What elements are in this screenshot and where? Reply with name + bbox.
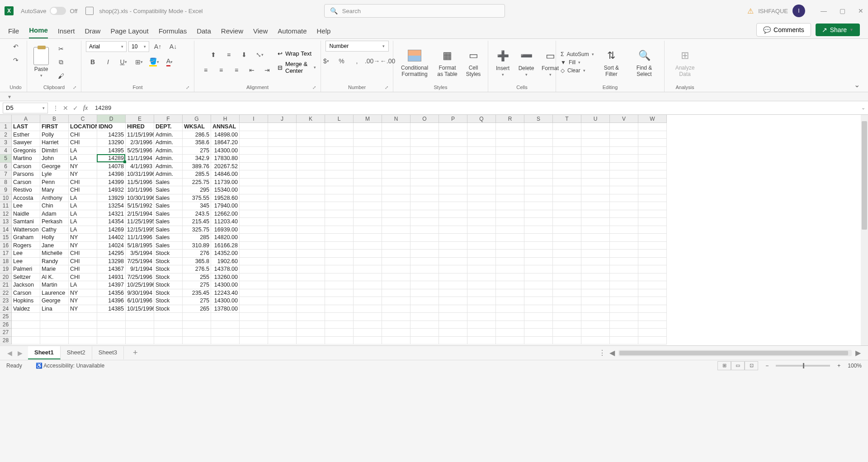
cell[interactable] [524, 186, 553, 194]
cell[interactable] [410, 163, 439, 171]
save-icon[interactable] [85, 7, 94, 15]
cell[interactable] [439, 163, 467, 171]
cell[interactable] [467, 329, 496, 337]
cell[interactable] [183, 329, 211, 337]
cell[interactable] [297, 226, 325, 234]
cell[interactable]: Accosta [12, 194, 40, 203]
cell[interactable]: 295 [183, 186, 211, 194]
cell[interactable] [382, 258, 410, 266]
cell[interactable]: 325.75 [183, 226, 211, 234]
launcher-icon[interactable]: ⤢ [385, 85, 388, 90]
cell[interactable] [467, 123, 496, 131]
col-header-K[interactable]: K [297, 115, 325, 123]
cell[interactable] [240, 147, 268, 155]
launcher-icon[interactable]: ⤢ [312, 85, 316, 90]
cell[interactable] [581, 289, 610, 297]
cell[interactable]: George [40, 297, 69, 305]
cell[interactable] [410, 297, 439, 305]
cell[interactable]: Admin. [154, 155, 183, 163]
cell[interactable]: Sales [154, 210, 183, 218]
cell[interactable] [268, 147, 297, 155]
cell[interactable] [553, 218, 581, 226]
cell[interactable] [638, 210, 667, 218]
cell[interactable] [240, 131, 268, 139]
format-as-table-button[interactable]: ▦Format as Table [435, 47, 460, 78]
cell[interactable] [325, 313, 354, 321]
cell[interactable]: Al K. [40, 273, 69, 282]
close-icon[interactable]: ✕ [858, 7, 863, 14]
cell[interactable] [638, 242, 667, 250]
cell[interactable] [553, 147, 581, 155]
cell-styles-button[interactable]: ▭Cell Styles [463, 47, 483, 78]
cell[interactable] [410, 147, 439, 155]
cell[interactable] [524, 218, 553, 226]
col-header-F[interactable]: F [154, 115, 183, 123]
cell[interactable] [610, 305, 638, 313]
cell[interactable]: Harriet [40, 139, 69, 147]
cell[interactable] [240, 210, 268, 218]
avatar[interactable]: I [793, 5, 805, 17]
cell[interactable] [268, 155, 297, 163]
collapse-toggle-icon[interactable]: ▾ [8, 94, 11, 100]
cell[interactable] [12, 329, 40, 337]
cell[interactable]: 285.5 [183, 170, 211, 179]
cell[interactable] [240, 305, 268, 313]
cell[interactable] [610, 155, 638, 163]
cell[interactable] [610, 147, 638, 155]
cell[interactable] [297, 321, 325, 329]
cell[interactable] [581, 147, 610, 155]
cell[interactable] [496, 163, 524, 171]
cell[interactable]: 14395 [97, 147, 126, 155]
cell[interactable] [553, 234, 581, 242]
cell[interactable]: Sales [154, 202, 183, 210]
cell[interactable] [581, 170, 610, 179]
align-left-button[interactable]: ≡ [199, 64, 212, 76]
col-header-H[interactable]: H [211, 115, 240, 123]
cell[interactable]: Sales [154, 179, 183, 187]
cell[interactable]: 4/1/1993 [126, 163, 154, 171]
cell[interactable] [183, 337, 211, 345]
decrease-decimal-button[interactable]: ←.00 [381, 55, 395, 67]
cell[interactable] [97, 329, 126, 337]
cell[interactable]: Parsons [12, 170, 40, 179]
cell[interactable] [382, 297, 410, 305]
cell[interactable] [553, 155, 581, 163]
cell[interactable] [354, 289, 382, 297]
cell[interactable] [553, 242, 581, 250]
cell[interactable]: 235.45 [183, 289, 211, 297]
cell[interactable] [325, 163, 354, 171]
cell[interactable]: 10/25/1996 [126, 281, 154, 289]
col-header-E[interactable]: E [126, 115, 154, 123]
redo-button[interactable]: ↷ [9, 54, 23, 66]
accounting-format-button[interactable]: $▾ [320, 55, 333, 67]
cell[interactable] [382, 123, 410, 131]
cell[interactable] [581, 273, 610, 282]
cell[interactable]: 10/30/1996 [126, 194, 154, 203]
cell[interactable] [268, 265, 297, 273]
cell[interactable] [268, 194, 297, 203]
cell[interactable] [354, 202, 382, 210]
analyze-data-button[interactable]: ⊞Analyze Data [669, 47, 701, 78]
cell[interactable] [69, 337, 97, 345]
cell[interactable]: NY [69, 170, 97, 179]
cut-button[interactable]: ✂ [54, 43, 68, 55]
cell[interactable]: Carson [12, 163, 40, 171]
cell[interactable] [581, 321, 610, 329]
cell[interactable] [410, 226, 439, 234]
cell[interactable] [439, 289, 467, 297]
cell[interactable] [183, 313, 211, 321]
cell[interactable] [325, 329, 354, 337]
cell[interactable] [496, 179, 524, 187]
cell[interactable] [524, 305, 553, 313]
cell[interactable] [240, 226, 268, 234]
col-header-W[interactable]: W [638, 115, 667, 123]
cell[interactable] [325, 265, 354, 273]
autosum-button[interactable]: ΣAutoSum▾ [561, 51, 594, 57]
search-input[interactable]: 🔍 Search [324, 4, 505, 18]
cell[interactable] [581, 250, 610, 258]
cell[interactable]: 14235 [97, 131, 126, 139]
cell[interactable]: 275 [183, 147, 211, 155]
zoom-out-button[interactable]: − [765, 363, 769, 369]
cell[interactable] [467, 297, 496, 305]
cell[interactable] [297, 313, 325, 321]
